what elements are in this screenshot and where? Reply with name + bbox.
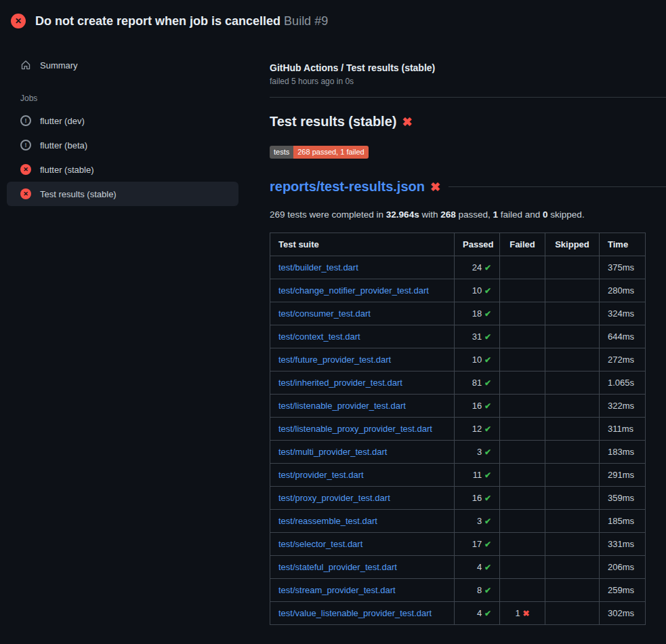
test-suite-cell: test/context_test.dart: [270, 325, 455, 348]
divider: [270, 97, 666, 98]
table-row: test/consumer_test.dart 18 ✔ 324ms: [270, 302, 646, 325]
failed-cell: [500, 441, 545, 464]
test-suite-link[interactable]: test/listenable_provider_test.dart: [278, 401, 406, 411]
test-suite-link[interactable]: test/future_provider_test.dart: [278, 355, 391, 365]
failed-cell: [500, 418, 545, 441]
test-suite-cell: test/multi_provider_test.dart: [270, 441, 455, 464]
test-suite-cell: test/change_notifier_provider_test.dart: [270, 279, 455, 302]
test-suite-link[interactable]: test/proxy_provider_test.dart: [278, 493, 390, 503]
main-content: GitHub Actions / Test results (stable) f…: [264, 38, 666, 625]
build-header: ✕ Do not create report when job is cance…: [0, 0, 666, 38]
time-cell: 259ms: [600, 579, 646, 602]
test-suite-link[interactable]: test/builder_test.dart: [278, 262, 358, 273]
table-row: test/multi_provider_test.dart 3 ✔ 183ms: [270, 441, 646, 464]
failed-cell: 1 ✖: [500, 602, 545, 625]
build-failed-icon: ✕: [11, 14, 26, 28]
time-cell: 644ms: [600, 325, 646, 348]
passed-cell: 4 ✔: [455, 602, 500, 625]
failed-cell: [500, 556, 545, 579]
test-suite-cell: test/value_listenable_provider_test.dart: [270, 602, 455, 625]
time-cell: 322ms: [600, 395, 646, 418]
neutral-status-icon: !: [20, 140, 31, 150]
check-icon: ✔: [484, 263, 491, 273]
home-icon: [20, 60, 31, 71]
test-suite-cell: test/future_provider_test.dart: [270, 348, 455, 371]
failed-x-icon: ✖: [430, 181, 440, 193]
check-icon: ✔: [484, 355, 491, 365]
test-suite-link[interactable]: test/inherited_provider_test.dart: [278, 378, 402, 388]
failed-cell: [500, 325, 545, 348]
test-suite-cell: test/consumer_test.dart: [270, 302, 455, 325]
failed-cell: [500, 348, 545, 371]
passed-cell: 81 ✔: [455, 371, 500, 395]
test-suite-link[interactable]: test/value_listenable_provider_test.dart: [278, 608, 432, 618]
skipped-cell: [545, 579, 600, 602]
skipped-cell: [545, 256, 600, 279]
sidebar: Summary Jobs ! flutter (dev) ! flutter (…: [0, 38, 264, 625]
report-link[interactable]: reports/test-results.json: [270, 179, 425, 195]
test-suite-link[interactable]: test/stateful_provider_test.dart: [278, 562, 397, 572]
time-cell: 291ms: [600, 464, 646, 487]
table-row: test/future_provider_test.dart 10 ✔ 272m…: [270, 348, 646, 371]
passed-cell: 16 ✔: [455, 395, 500, 418]
test-suite-cell: test/provider_test.dart: [270, 464, 455, 487]
test-suite-link[interactable]: test/stream_provider_test.dart: [278, 585, 396, 595]
table-row: test/reassemble_test.dart 3 ✔ 185ms: [270, 510, 646, 533]
time-cell: 183ms: [600, 441, 646, 464]
col-header-time: Time: [600, 233, 646, 256]
sidebar-item-flutter-dev[interactable]: ! flutter (dev): [7, 108, 238, 133]
sidebar-item-flutter-stable[interactable]: ✕ flutter (stable): [7, 157, 238, 182]
time-cell: 272ms: [600, 348, 646, 371]
test-suite-link[interactable]: test/consumer_test.dart: [278, 308, 371, 319]
tests-badge: tests 268 passed, 1 failed: [270, 146, 369, 159]
report-heading: reports/test-results.json ✖: [270, 179, 666, 195]
time-cell: 302ms: [600, 602, 646, 625]
build-title: Do not create report when job is cancell…: [35, 14, 328, 28]
failed-cell: [500, 279, 545, 302]
passed-cell: 12 ✔: [455, 418, 500, 441]
test-suite-link[interactable]: test/context_test.dart: [278, 331, 360, 342]
x-icon: ✖: [522, 609, 529, 618]
test-suite-link[interactable]: test/multi_provider_test.dart: [278, 447, 387, 457]
sidebar-item-test-results-stable[interactable]: ✕ Test results (stable): [7, 182, 238, 206]
table-row: test/stateful_provider_test.dart 4 ✔ 206…: [270, 556, 646, 579]
results-table: Test suite Passed Failed Skipped Time te…: [270, 233, 646, 625]
section-heading-text: Test results (stable): [270, 114, 396, 129]
sidebar-item-label: Summary: [40, 60, 78, 71]
failed-status-icon: ✕: [20, 164, 31, 175]
sidebar-item-flutter-beta[interactable]: ! flutter (beta): [7, 133, 238, 157]
skipped-cell: [545, 302, 600, 325]
passed-cell: 10 ✔: [455, 348, 500, 371]
jobs-heading: Jobs: [20, 94, 257, 103]
test-suite-link[interactable]: test/reassemble_test.dart: [278, 516, 377, 526]
test-suite-link[interactable]: test/listenable_proxy_provider_test.dart: [278, 424, 432, 434]
time-cell: 359ms: [600, 487, 646, 510]
passed-cell: 11 ✔: [455, 464, 500, 487]
sidebar-item-label: flutter (dev): [40, 116, 85, 126]
table-row: test/change_notifier_provider_test.dart …: [270, 279, 646, 302]
check-icon: ✔: [484, 401, 491, 411]
failed-cell: [500, 395, 545, 418]
skipped-cell: [545, 348, 600, 371]
table-row: test/stream_provider_test.dart 8 ✔ 259ms: [270, 579, 646, 602]
check-icon: ✔: [484, 494, 491, 503]
col-header-test-suite: Test suite: [270, 233, 455, 256]
check-icon: ✔: [484, 286, 491, 296]
test-suite-link[interactable]: test/selector_test.dart: [278, 539, 362, 549]
time-cell: 331ms: [600, 533, 646, 556]
test-suite-cell: test/builder_test.dart: [270, 256, 455, 279]
table-row: test/proxy_provider_test.dart 16 ✔ 359ms: [270, 487, 646, 510]
test-suite-cell: test/proxy_provider_test.dart: [270, 487, 455, 510]
skipped-cell: [545, 371, 600, 395]
sidebar-item-summary[interactable]: Summary: [7, 53, 238, 77]
test-suite-link[interactable]: test/provider_test.dart: [278, 470, 364, 480]
skipped-cell: [545, 395, 600, 418]
failed-cell: [500, 464, 545, 487]
passed-cell: 18 ✔: [455, 302, 500, 325]
test-suite-cell: test/reassemble_test.dart: [270, 510, 455, 533]
table-header-row: Test suite Passed Failed Skipped Time: [270, 233, 646, 256]
test-suite-link[interactable]: test/change_notifier_provider_test.dart: [278, 285, 429, 296]
table-row: test/selector_test.dart 17 ✔ 331ms: [270, 533, 646, 556]
table-row: test/provider_test.dart 11 ✔ 291ms: [270, 464, 646, 487]
table-row: test/builder_test.dart 24 ✔ 375ms: [270, 256, 646, 279]
